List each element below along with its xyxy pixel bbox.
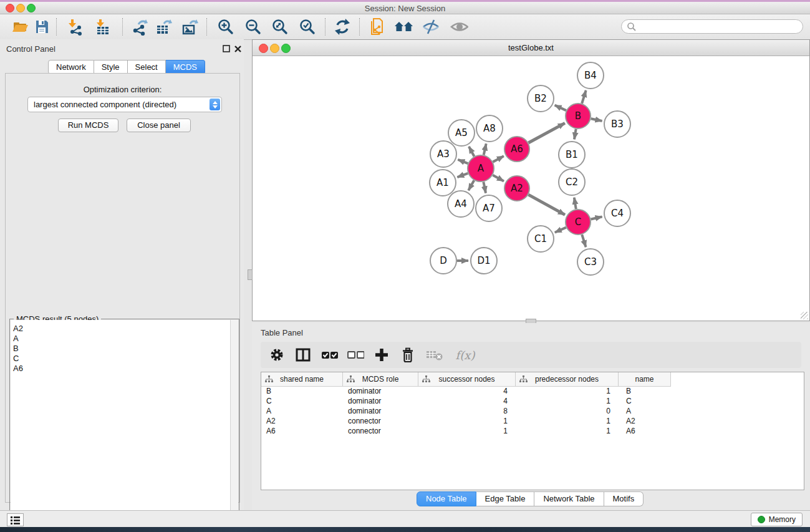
table-cell[interactable]: A2 xyxy=(619,416,671,426)
graph-edge-C-C3[interactable] xyxy=(582,235,586,247)
result-scrollbar[interactable] xyxy=(230,320,238,530)
graph-edge-A-A1[interactable] xyxy=(457,173,468,177)
table-cell[interactable]: 1 xyxy=(516,386,619,396)
graph-edge-C-C1[interactable] xyxy=(555,228,566,233)
search-input[interactable] xyxy=(621,19,803,34)
table-cell[interactable]: 0 xyxy=(516,406,619,416)
graph-edge-A-A7[interactable] xyxy=(483,182,486,193)
close-panel-icon[interactable] xyxy=(234,45,242,53)
tab-network-table[interactable]: Network Table xyxy=(534,491,604,506)
mcds-result-list[interactable]: A2ABCA6 xyxy=(11,320,230,530)
mcds-result-item[interactable]: A6 xyxy=(13,364,230,374)
table-cell[interactable]: 1 xyxy=(418,426,516,436)
column-layout-button[interactable] xyxy=(294,346,312,364)
graph-edge-B-B3[interactable] xyxy=(591,118,602,121)
table-cell[interactable]: A6 xyxy=(261,426,343,436)
zoom-in-button[interactable] xyxy=(216,17,235,36)
table-cell[interactable]: 1 xyxy=(418,416,516,426)
network-window-titlebar[interactable]: testGlobe.txt xyxy=(253,40,809,56)
mcds-result-item[interactable]: C xyxy=(13,354,230,364)
graph-edge-A-A6[interactable] xyxy=(493,156,503,162)
table-cell[interactable]: dominator xyxy=(343,396,418,406)
graph-edge-B-B1[interactable] xyxy=(574,129,576,140)
table-row[interactable]: Bdominator41B xyxy=(261,386,804,396)
zoom-selected-button[interactable] xyxy=(298,17,317,36)
graph-edge-B-B4[interactable] xyxy=(582,90,586,104)
graph-edge-B-B2[interactable] xyxy=(555,105,566,111)
delete-table-button[interactable] xyxy=(425,346,443,364)
column-header[interactable]: shared name xyxy=(261,372,343,386)
graph-edge-A-A3[interactable] xyxy=(458,160,468,163)
tab-motifs[interactable]: Motifs xyxy=(604,491,644,506)
table-cell[interactable]: dominator xyxy=(343,386,418,396)
hide-details-button[interactable] xyxy=(422,17,440,36)
mcds-result-item[interactable]: B xyxy=(13,344,230,354)
table-cell[interactable]: 4 xyxy=(418,386,516,396)
mcds-result-item[interactable]: A xyxy=(13,334,230,344)
function-builder-button[interactable]: f(x) xyxy=(451,346,479,364)
run-mcds-button[interactable]: Run MCDS xyxy=(58,118,118,132)
table-cell[interactable]: dominator xyxy=(343,406,418,416)
table-cell[interactable]: 1 xyxy=(516,416,619,426)
graph-edge-A-A5[interactable] xyxy=(469,147,475,157)
table-row[interactable]: Adominator80A xyxy=(261,406,804,416)
graph-edge-A-A8[interactable] xyxy=(484,143,486,155)
add-column-button[interactable] xyxy=(373,346,390,364)
tab-style[interactable]: Style xyxy=(94,60,128,74)
home-network-button[interactable] xyxy=(394,17,413,36)
import-table-button[interactable] xyxy=(94,17,112,36)
export-image-button[interactable] xyxy=(180,17,199,36)
select-all-button[interactable] xyxy=(321,346,338,364)
table-cell[interactable]: 1 xyxy=(516,396,619,406)
import-network-button[interactable] xyxy=(66,17,85,36)
table-cell[interactable]: A2 xyxy=(261,416,343,426)
window-resize-grip[interactable] xyxy=(801,312,808,319)
column-header[interactable]: name xyxy=(619,372,671,386)
table-cell[interactable]: B xyxy=(619,386,671,396)
tab-network[interactable]: Network xyxy=(48,60,94,74)
zoom-fit-button[interactable] xyxy=(271,17,289,36)
memory-button[interactable]: Memory xyxy=(751,513,803,526)
table-cell[interactable]: C xyxy=(619,396,671,406)
graph-edge-C-C2[interactable] xyxy=(574,198,576,210)
table-cell[interactable]: A6 xyxy=(619,426,671,436)
deselect-all-button[interactable] xyxy=(347,346,364,364)
table-cell[interactable]: A xyxy=(619,406,671,416)
export-table-button[interactable] xyxy=(154,17,173,36)
table-cell[interactable]: connector xyxy=(343,416,418,426)
table-cell[interactable]: B xyxy=(261,386,343,396)
close-panel-button[interactable]: Close panel xyxy=(127,118,191,132)
open-session-button[interactable] xyxy=(11,17,29,36)
task-history-button[interactable] xyxy=(7,513,24,526)
tab-edge-table[interactable]: Edge Table xyxy=(476,491,535,506)
network-canvas[interactable]: AA1A2A3A4A5A6A7A8BB1B2B3B4CC1C2C3C4DD1 xyxy=(253,56,809,321)
table-cell[interactable]: C xyxy=(261,396,343,406)
divider-grip-left[interactable] xyxy=(248,269,253,280)
delete-column-button[interactable] xyxy=(399,346,417,364)
table-cell[interactable]: A xyxy=(261,406,343,416)
table-cell[interactable]: 8 xyxy=(418,406,516,416)
table-cell[interactable]: 1 xyxy=(516,426,619,436)
column-header[interactable]: predecessor nodes xyxy=(516,372,619,386)
table-row[interactable]: Cdominator41C xyxy=(261,396,804,406)
apply-layout-button[interactable] xyxy=(333,17,352,36)
tab-mcds[interactable]: MCDS xyxy=(166,60,205,74)
graph-edge-A-A4[interactable] xyxy=(468,180,474,190)
column-header[interactable]: MCDS role xyxy=(343,372,418,386)
export-network-button[interactable] xyxy=(130,17,148,36)
float-panel-icon[interactable] xyxy=(223,45,231,53)
table-cell[interactable]: connector xyxy=(343,426,418,436)
network-from-selection-button[interactable] xyxy=(368,17,387,36)
table-row[interactable]: A6connector11A6 xyxy=(261,426,804,436)
mcds-result-item[interactable]: A2 xyxy=(13,324,230,334)
graph-edge-A-A2[interactable] xyxy=(493,175,504,181)
show-details-button[interactable] xyxy=(450,17,468,36)
column-header[interactable]: successor nodes xyxy=(418,372,516,386)
zoom-out-button[interactable] xyxy=(244,17,263,36)
save-session-button[interactable] xyxy=(32,17,51,36)
tab-node-table[interactable]: Node Table xyxy=(417,491,476,506)
gear-button[interactable] xyxy=(268,346,286,364)
graph-edge-A6-B[interactable] xyxy=(528,123,564,143)
optimization-criterion-select[interactable]: largest connected component (directed) xyxy=(27,97,222,112)
graph-edge-C-C4[interactable] xyxy=(591,216,602,219)
